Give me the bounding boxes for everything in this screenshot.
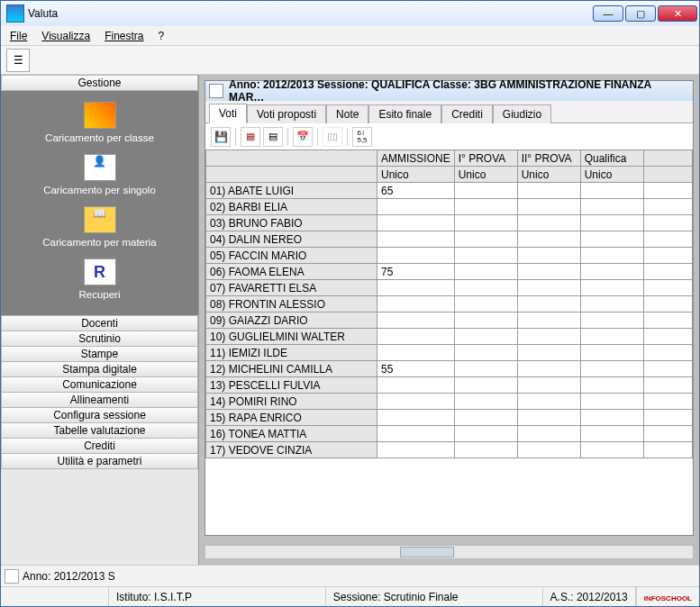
grade-cell[interactable] — [454, 296, 517, 313]
grade-cell[interactable] — [454, 199, 517, 215]
grade-cell[interactable] — [454, 264, 517, 280]
grade-cell[interactable] — [454, 313, 517, 329]
data-grid[interactable]: AMMISSIONEI° PROVAII° PROVAQualifica Uni… — [205, 149, 693, 535]
sidebar-bar-scrutinio[interactable]: Scrutinio — [1, 331, 198, 347]
grade-cell[interactable] — [517, 199, 580, 215]
grade-cell[interactable] — [377, 410, 455, 426]
grade-cell[interactable] — [454, 231, 517, 248]
col-header[interactable]: AMMISSIONE — [377, 150, 455, 167]
grade-cell[interactable] — [580, 280, 643, 296]
sub-col-header[interactable]: Unico — [454, 167, 517, 183]
grade-cell[interactable] — [377, 329, 455, 345]
grade-cell[interactable] — [454, 345, 517, 361]
grade-cell[interactable] — [454, 215, 517, 231]
table-row[interactable]: 08) FRONTIN ALESSIO — [206, 296, 693, 313]
toolbar-list-button[interactable]: ☰ — [6, 49, 30, 72]
grade-cell[interactable] — [517, 442, 580, 458]
sidebar-item-recuperi[interactable]: R Recuperi — [78, 258, 120, 300]
grade-cell[interactable] — [580, 377, 643, 394]
sub-col-header[interactable] — [206, 167, 377, 183]
grade-cell[interactable] — [517, 394, 580, 410]
grade-cell[interactable] — [580, 183, 643, 199]
table-row[interactable]: 07) FAVARETTI ELSA — [206, 280, 693, 296]
table-row[interactable]: 09) GAIAZZI DARIO — [206, 313, 693, 329]
grade-cell[interactable] — [454, 183, 517, 199]
col-header[interactable]: Qualifica — [580, 150, 643, 167]
sub-col-header[interactable]: Unico — [517, 167, 580, 183]
sidebar-header-gestione[interactable]: Gestione — [1, 75, 198, 91]
row-header[interactable]: 05) FACCIN MARIO — [206, 248, 377, 264]
row-header[interactable]: 09) GAIAZZI DARIO — [206, 313, 377, 329]
grade-cell[interactable] — [517, 231, 580, 248]
grade-cell[interactable] — [580, 426, 643, 442]
table-row[interactable]: 01) ABATE LUIGI65 — [206, 183, 693, 199]
grade-cell[interactable] — [517, 377, 580, 394]
grade-cell[interactable] — [517, 215, 580, 231]
table-row[interactable]: 12) MICHELINI CAMILLA55 — [206, 361, 693, 377]
minimize-button[interactable]: — — [593, 5, 623, 22]
window-title-bar[interactable]: Valuta — ▢ ✕ — [1, 1, 699, 26]
menu-help[interactable]: ? — [155, 29, 168, 43]
grade-cell[interactable] — [517, 345, 580, 361]
grade-cell[interactable]: 65 — [377, 183, 455, 199]
grade-cell[interactable] — [454, 426, 517, 442]
sidebar-bar-tabelle-valutazione[interactable]: Tabelle valutazione — [1, 422, 198, 439]
grade-cell[interactable]: 55 — [377, 361, 455, 377]
grade-cell[interactable] — [517, 183, 580, 199]
grade-cell[interactable]: 75 — [377, 264, 455, 280]
row-header[interactable]: 15) RAPA ENRICO — [206, 410, 377, 426]
grade-cell[interactable] — [517, 264, 580, 280]
grade-cell[interactable] — [377, 442, 455, 458]
grade-cell[interactable] — [580, 442, 643, 458]
tab-voti-proposti[interactable]: Voti proposti — [247, 104, 326, 123]
tab-voti[interactable]: Voti — [209, 104, 247, 123]
row-header[interactable]: 02) BARBI ELIA — [206, 199, 377, 215]
sidebar-item-caricamento-materia[interactable]: 📖 Caricamento per materia — [42, 206, 157, 248]
tab-note[interactable]: Note — [326, 104, 368, 123]
row-header[interactable]: 01) ABATE LUIGI — [206, 183, 377, 199]
sub-col-header[interactable]: Unico — [580, 167, 643, 183]
grade-cell[interactable] — [377, 426, 455, 442]
sidebar-bar-docenti[interactable]: Docenti — [1, 315, 198, 331]
grade-cell[interactable] — [580, 329, 643, 345]
grade-cell[interactable] — [580, 248, 643, 264]
tab-crediti[interactable]: Crediti — [441, 104, 493, 123]
grade-cell[interactable] — [377, 231, 455, 248]
close-button[interactable]: ✕ — [658, 5, 697, 22]
grade-cell[interactable] — [580, 410, 643, 426]
rounding-button[interactable]: 6↕5,5 — [352, 127, 372, 147]
grade-cell[interactable] — [580, 345, 643, 361]
sub-col-header[interactable]: Unico — [377, 167, 455, 183]
grade-cell[interactable] — [517, 329, 580, 345]
grade-cell[interactable] — [454, 394, 517, 410]
table-row[interactable]: 02) BARBI ELIA — [206, 199, 693, 215]
col-header[interactable]: I° PROVA — [454, 150, 517, 167]
inner-window-title-bar[interactable]: Anno: 2012/2013 Sessione: QUALIFICA Clas… — [205, 81, 693, 101]
table-row[interactable]: 03) BRUNO FABIO — [206, 215, 693, 231]
row-header[interactable]: 12) MICHELINI CAMILLA — [206, 361, 377, 377]
grid-button-2[interactable]: ▤ — [263, 127, 283, 147]
table-row[interactable]: 11) IEMIZI ILDE — [206, 345, 693, 361]
grade-cell[interactable] — [580, 231, 643, 248]
table-row[interactable]: 15) RAPA ENRICO — [206, 410, 693, 426]
table-row[interactable]: 14) POMIRI RINO — [206, 394, 693, 410]
grade-cell[interactable] — [517, 426, 580, 442]
table-row[interactable]: 13) PESCELLI FULVIA — [206, 377, 693, 394]
grade-cell[interactable] — [377, 394, 455, 410]
row-header[interactable]: 04) DALIN NEREO — [206, 231, 377, 248]
row-header[interactable]: 07) FAVARETTI ELSA — [206, 280, 377, 296]
sidebar-bar-stampe[interactable]: Stampe — [1, 346, 198, 362]
sidebar-item-caricamento-classe[interactable]: Caricamento per classe — [45, 102, 154, 143]
grade-cell[interactable] — [580, 215, 643, 231]
grade-cell[interactable] — [517, 361, 580, 377]
horizontal-scrollbar[interactable] — [205, 545, 694, 559]
grade-cell[interactable] — [580, 394, 643, 410]
copy-columns-button[interactable]: ▯▯ — [323, 127, 342, 147]
grade-cell[interactable] — [454, 361, 517, 377]
table-row[interactable]: 10) GUGLIELMINI WALTER — [206, 329, 693, 345]
sidebar-bar-crediti[interactable]: Crediti — [1, 438, 198, 454]
row-header[interactable]: 08) FRONTIN ALESSIO — [206, 296, 377, 313]
col-header[interactable] — [206, 150, 377, 167]
grade-cell[interactable] — [454, 377, 517, 394]
grade-cell[interactable] — [377, 345, 455, 361]
